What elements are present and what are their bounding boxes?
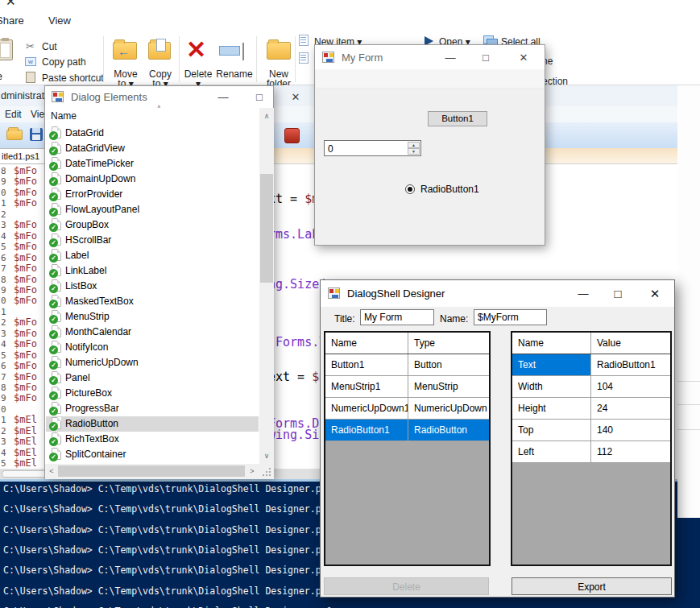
paste-shortcut-button[interactable]: Paste shortcut: [42, 72, 104, 84]
list-vscrollbar[interactable]: ∧ ∨: [259, 108, 274, 464]
close-button[interactable]: ✕: [642, 287, 668, 301]
table-cell[interactable]: Top: [512, 420, 591, 440]
delete-button[interactable]: Delete: [324, 577, 489, 595]
my-form-titlebar[interactable]: My Form — □ ✕: [315, 45, 545, 69]
tab-view[interactable]: View: [48, 14, 71, 27]
list-item[interactable]: ✓LinkLabel: [46, 263, 259, 279]
hscroll-thumb[interactable]: [58, 465, 245, 477]
spin-down-button[interactable]: ▼: [408, 148, 420, 155]
rename-button[interactable]: Rename: [214, 68, 255, 80]
list-item[interactable]: ✓HScrollBar: [46, 233, 259, 248]
close-button[interactable]: ✕: [283, 91, 309, 103]
table-cell[interactable]: Text: [512, 354, 591, 375]
vscroll-thumb[interactable]: [260, 174, 273, 283]
radiobutton1-control[interactable]: [405, 184, 415, 194]
tab-share[interactable]: Share: [0, 14, 24, 27]
column-header[interactable]: Type: [408, 333, 489, 354]
list-item[interactable]: ✓DateTimePicker: [46, 156, 259, 172]
list-item[interactable]: ✓Panel: [46, 370, 259, 386]
script-tab[interactable]: itled1.ps1: [0, 148, 47, 164]
minimize-button[interactable]: —: [437, 52, 463, 64]
list-item[interactable]: ✓FlowLayoutPanel: [46, 202, 259, 217]
table-cell[interactable]: NumericUpDown: [408, 398, 489, 419]
list-item[interactable]: ✓DataGridView: [46, 141, 259, 156]
table-cell[interactable]: 24: [591, 398, 670, 419]
table-cell[interactable]: Button1: [325, 354, 408, 375]
cut-button[interactable]: Cut: [42, 41, 57, 52]
list-item[interactable]: ✓PictureBox: [46, 386, 259, 401]
table-row[interactable]: Height24: [512, 398, 670, 420]
table-cell[interactable]: RadioButton1: [591, 354, 670, 375]
copy-path-button[interactable]: Copy path: [42, 56, 86, 68]
column-header-name[interactable]: Name: [45, 108, 259, 125]
table-row[interactable]: Button1Button: [325, 354, 489, 376]
table-row[interactable]: Left112: [512, 441, 670, 463]
paste-label[interactable]: ste: [0, 71, 2, 82]
scroll-up-icon[interactable]: ∧: [260, 112, 273, 120]
scroll-left-icon[interactable]: <: [47, 467, 56, 475]
column-header[interactable]: Name: [325, 333, 408, 354]
table-cell[interactable]: Left: [512, 441, 591, 462]
scroll-right-icon[interactable]: >: [247, 467, 257, 475]
export-button[interactable]: Export: [512, 577, 672, 595]
list-item[interactable]: ✓RichTextBox: [46, 432, 259, 447]
list-item[interactable]: ✓ProgressBar: [46, 401, 259, 416]
table-row[interactable]: MenuStrip1MenuStrip: [325, 376, 489, 398]
menu-view-fragment[interactable]: Vie: [31, 109, 44, 120]
row-divider: [677, 404, 700, 405]
list-item[interactable]: ✓NotifyIcon: [46, 340, 259, 355]
maximize-button[interactable]: □: [473, 52, 499, 64]
open-file-icon[interactable]: [6, 130, 23, 140]
column-header[interactable]: Value: [591, 333, 670, 354]
controls-table[interactable]: NameTypeButton1ButtonMenuStrip1MenuStrip…: [324, 331, 491, 566]
scroll-down-icon[interactable]: ∨: [260, 452, 273, 460]
table-row[interactable]: Width104: [512, 376, 670, 398]
list-item[interactable]: ✓NumericUpDown: [46, 355, 259, 370]
resize-grip[interactable]: [259, 464, 274, 479]
maximize-button[interactable]: □: [246, 91, 272, 103]
table-cell[interactable]: MenuStrip: [408, 376, 489, 397]
column-header[interactable]: Name: [512, 333, 591, 354]
list-item[interactable]: ✓GroupBox: [46, 217, 259, 233]
list-item[interactable]: ✓ListBox: [46, 279, 259, 294]
radiobutton1-label[interactable]: RadioButton1: [420, 184, 479, 195]
table-row[interactable]: RadioButton1RadioButton: [325, 420, 489, 441]
table-cell[interactable]: MenuStrip1: [325, 376, 408, 397]
list-item[interactable]: ✓SplitContainer: [46, 447, 259, 462]
list-item[interactable]: ✓ErrorProvider: [46, 187, 259, 202]
table-cell[interactable]: 104: [591, 376, 670, 397]
list-item[interactable]: ✓MaskedTextBox: [46, 294, 259, 309]
table-cell[interactable]: Width: [512, 376, 591, 397]
list-item[interactable]: ✓MonthCalendar: [46, 325, 259, 340]
table-row[interactable]: TextRadioButton1: [512, 354, 670, 376]
list-hscrollbar[interactable]: < >: [45, 464, 259, 479]
minimize-button[interactable]: —: [210, 91, 236, 103]
numeric-updown[interactable]: 0 ▲ ▼: [324, 140, 421, 156]
list-item[interactable]: ✓RadioButton: [46, 416, 259, 432]
spin-up-button[interactable]: ▲: [408, 142, 420, 148]
menu-edit[interactable]: Edit: [5, 109, 22, 120]
close-button[interactable]: ✕: [511, 52, 536, 64]
list-item[interactable]: ✓DataGrid: [46, 126, 259, 141]
table-cell[interactable]: RadioButton: [408, 420, 489, 440]
list-item[interactable]: ✓DomainUpDown: [46, 172, 259, 187]
list-item[interactable]: ✓Label: [46, 248, 259, 263]
table-cell[interactable]: 112: [591, 441, 670, 462]
save-icon[interactable]: [30, 128, 43, 141]
designer-titlebar[interactable]: DialogShell Designer — □ ✕: [321, 280, 674, 307]
minimize-button[interactable]: —: [570, 287, 596, 300]
maximize-button[interactable]: □: [605, 287, 631, 300]
table-row[interactable]: NumericUpDown1NumericUpDown: [325, 398, 489, 420]
table-cell[interactable]: 140: [591, 420, 670, 440]
list-item[interactable]: ✓MenuStrip: [46, 309, 259, 325]
table-cell[interactable]: NumericUpDown1: [325, 398, 408, 419]
properties-table[interactable]: NameValueTextRadioButton1Width104Height2…: [511, 331, 672, 566]
name-field-input[interactable]: $MyForm: [474, 309, 547, 325]
button1[interactable]: Button1: [428, 111, 487, 126]
table-cell[interactable]: Button: [408, 354, 489, 375]
title-field-input[interactable]: My Form: [360, 309, 434, 325]
stop-button-icon[interactable]: [283, 126, 300, 144]
table-row[interactable]: Top140: [512, 420, 670, 441]
table-cell[interactable]: Height: [512, 398, 591, 419]
table-cell[interactable]: RadioButton1: [325, 420, 408, 440]
